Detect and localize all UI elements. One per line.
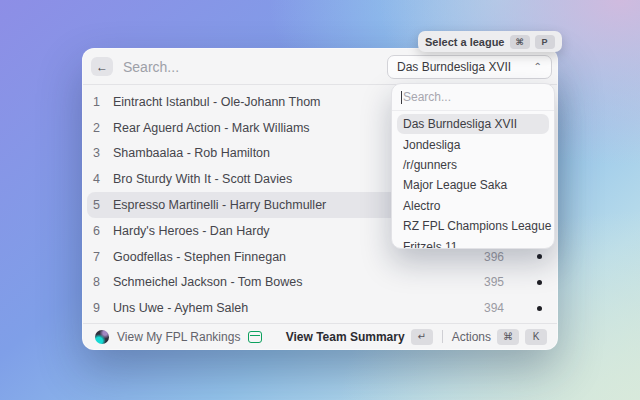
points-value: 395 [484, 275, 504, 289]
rank-number: 4 [93, 172, 104, 186]
rank-number: 9 [93, 301, 104, 315]
points-value: 394 [484, 301, 504, 315]
desktop-background: Select a league ⌘ P ← Search... Das Burn… [0, 0, 640, 400]
k-key-icon: K [525, 329, 547, 345]
back-button[interactable]: ← [91, 57, 113, 76]
footer-divider [442, 330, 443, 343]
rank-number: 7 [93, 250, 104, 264]
league-option[interactable]: Das Burndesliga XVII [397, 114, 549, 134]
league-option-label: Jondesliga [403, 138, 460, 152]
league-option-label: Major League Saka [403, 178, 507, 192]
view-team-summary-button[interactable]: View Team Summary [286, 330, 405, 344]
window-footer: View My FPL Rankings View Team Summary ↵… [83, 323, 557, 349]
league-option-label: RZ FPL Champions League 22/23 [403, 219, 555, 233]
command-key-icon: ⌘ [510, 35, 530, 49]
league-select-trigger[interactable]: Das Burndesliga XVII ⌃ [387, 55, 552, 79]
league-option-label: Das Burndesliga XVII [403, 117, 517, 131]
command-title: View My FPL Rankings [117, 330, 240, 344]
enter-key-icon: ↵ [411, 329, 433, 345]
status-dot-icon [537, 254, 542, 259]
footer-actions: View Team Summary ↵ Actions ⌘ K [286, 329, 547, 345]
ranking-row[interactable]: 9 Uns Uwe - Ayhem Saleh 394 [83, 295, 557, 321]
league-option[interactable]: Fritzels 11 [397, 236, 549, 249]
league-dropdown-panel: Search... Das Burndesliga XVII Jondeslig… [391, 83, 555, 249]
rank-number: 8 [93, 275, 104, 289]
league-option-label: Alectro [403, 199, 440, 213]
window-header: ← Search... Das Burndesliga XVII ⌃ [83, 49, 557, 85]
select-league-tooltip: Select a league ⌘ P [418, 31, 562, 52]
chevron-up-icon: ⌃ [534, 61, 542, 72]
league-option-label: /r/gunners [403, 158, 457, 172]
league-option[interactable]: Jondesliga [397, 134, 549, 154]
league-option[interactable]: Alectro [397, 196, 549, 216]
league-options-list: Das Burndesliga XVII Jondesliga /r/gunne… [392, 111, 554, 249]
status-dot-icon [537, 306, 542, 311]
list-view-icon [248, 331, 262, 343]
league-option[interactable]: RZ FPL Champions League 22/23 [397, 216, 549, 236]
rank-number: 1 [93, 95, 104, 109]
rank-number: 5 [93, 198, 104, 212]
ranking-row[interactable]: 8 Schmeichel Jackson - Tom Bowes 395 [83, 270, 557, 296]
row-meta: 394 [484, 301, 542, 315]
p-key-icon: P [535, 35, 555, 49]
league-option[interactable]: /r/gunners [397, 155, 549, 175]
text-cursor [401, 91, 402, 104]
points-value: 396 [484, 250, 504, 264]
league-option[interactable]: Major League Saka [397, 175, 549, 195]
actions-button[interactable]: Actions [452, 330, 491, 344]
rank-number: 2 [93, 121, 104, 135]
league-select-value: Das Burndesliga XVII [397, 60, 511, 74]
command-key-icon: ⌘ [497, 329, 519, 345]
league-option-label: Fritzels 11 [403, 240, 457, 249]
row-meta: 396 [484, 250, 542, 264]
dropdown-search-input[interactable]: Search... [392, 84, 554, 111]
status-dot-icon [537, 280, 542, 285]
fpl-app-icon [95, 330, 109, 344]
team-manager-label: Schmeichel Jackson - Tom Bowes [113, 275, 484, 289]
team-manager-label: Uns Uwe - Ayhem Saleh [113, 301, 484, 315]
tooltip-label: Select a league [425, 36, 505, 48]
rank-number: 6 [93, 224, 104, 238]
dropdown-search-placeholder: Search... [403, 90, 451, 104]
search-input[interactable]: Search... [123, 59, 387, 75]
back-arrow-icon: ← [96, 60, 108, 74]
row-meta: 395 [484, 275, 542, 289]
rank-number: 3 [93, 146, 104, 160]
team-manager-label: Goodfellas - Stephen Finnegan [113, 250, 484, 264]
